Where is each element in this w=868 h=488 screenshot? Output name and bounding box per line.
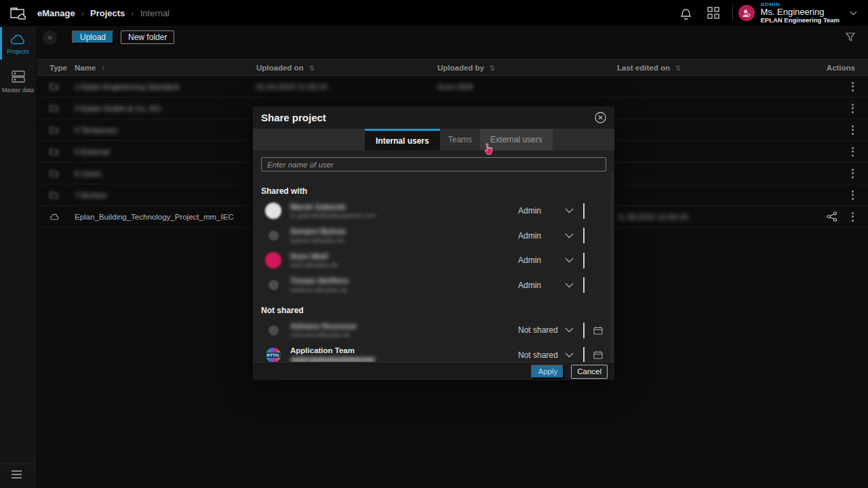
breadcrumb-projects[interactable]: Projects bbox=[90, 8, 125, 18]
sidebar-menu-button[interactable] bbox=[0, 464, 36, 488]
cloud-project-icon bbox=[50, 214, 60, 220]
modal-title: Share project bbox=[261, 112, 326, 123]
upload-button[interactable]: Upload bbox=[72, 30, 114, 44]
col-header-type[interactable]: Type bbox=[50, 64, 75, 72]
user-name: Semjon Bykow bbox=[290, 227, 518, 236]
new-folder-button[interactable]: New folder bbox=[121, 30, 174, 44]
role-dropdown[interactable] bbox=[565, 208, 574, 214]
folder-icon bbox=[50, 191, 58, 199]
row-name[interactable]: 6 Users bbox=[75, 169, 256, 178]
row-uploaded-by: Sven Wolf bbox=[437, 83, 617, 91]
user-menu[interactable]: ADMIN Ms. Engineering EPLAN Engineering … bbox=[738, 2, 868, 24]
topbar-divider bbox=[732, 5, 733, 21]
modal-title-bar: Share project bbox=[253, 106, 614, 129]
scrollbar[interactable] bbox=[610, 173, 614, 362]
row-actions-menu[interactable] bbox=[848, 188, 857, 203]
app-grid-button[interactable] bbox=[700, 0, 727, 26]
row-actions-menu[interactable] bbox=[848, 79, 857, 94]
row-actions-menu[interactable] bbox=[848, 101, 857, 116]
filter-funnel-icon bbox=[846, 33, 855, 42]
user-search-wrap bbox=[253, 150, 614, 173]
row-divider bbox=[583, 203, 585, 219]
app-logo[interactable] bbox=[0, 5, 36, 21]
user-email: steffens.t@eplan.de bbox=[290, 287, 518, 293]
rittal-logo-avatar: RITTAL bbox=[266, 348, 281, 362]
role-value: Not shared bbox=[518, 350, 565, 360]
shared-with-label: Shared with bbox=[253, 186, 614, 196]
row-divider bbox=[583, 347, 585, 362]
role-dropdown[interactable] bbox=[565, 233, 574, 239]
folder-cloud-logo-icon bbox=[9, 5, 27, 21]
row-divider bbox=[583, 253, 585, 268]
user-search-input[interactable] bbox=[261, 157, 606, 171]
row-name[interactable]: 2 Eplan GmbH & Co. KG bbox=[75, 104, 256, 113]
notifications-button[interactable] bbox=[673, 0, 700, 26]
tab-teams[interactable]: Teams bbox=[440, 129, 480, 150]
role-value: Not shared bbox=[518, 325, 565, 335]
row-actions-menu[interactable] bbox=[848, 144, 857, 159]
row-actions-menu[interactable] bbox=[848, 209, 857, 224]
chevron-down-icon bbox=[565, 352, 574, 358]
person-icon bbox=[742, 9, 751, 18]
role-value: Admin bbox=[518, 206, 565, 216]
filter-button[interactable] bbox=[846, 33, 855, 42]
table-header-row: Type Name↑ Uploaded on⇅ Uploaded by⇅ Las… bbox=[37, 59, 868, 76]
chevron-down-icon bbox=[565, 327, 574, 333]
user-team: EPLAN Engineering Team bbox=[761, 17, 840, 24]
not-shared-user-row: Adriano Rossouw rossouw.a@eplan.de Not s… bbox=[253, 318, 606, 343]
role-dropdown[interactable] bbox=[565, 327, 574, 333]
calendar-icon[interactable] bbox=[593, 350, 603, 359]
user-name: Sven Wolf bbox=[290, 252, 518, 261]
folder-icon bbox=[50, 83, 58, 90]
tab-internal-users[interactable]: Internal users bbox=[365, 129, 440, 150]
bell-icon bbox=[680, 7, 692, 20]
user-email: eplan.application@rittal.com bbox=[290, 357, 375, 362]
folder-icon bbox=[50, 126, 58, 134]
row-name[interactable]: 7 Archive bbox=[75, 191, 256, 199]
share-user-list[interactable]: Shared with Marek Gdanski m.gdanski@epla… bbox=[253, 173, 614, 362]
user-name: Marek Gdanski bbox=[290, 203, 518, 211]
col-header-name[interactable]: Name↑ bbox=[75, 64, 256, 72]
row-name[interactable]: 1 Eplan Engineering Standard bbox=[75, 83, 256, 91]
row-actions-menu[interactable] bbox=[848, 166, 857, 181]
not-shared-user-row: RITTAL Application Team eplan.applicatio… bbox=[253, 343, 606, 363]
breadcrumb-current: Internal bbox=[140, 8, 170, 18]
row-name[interactable]: 4 Temporary bbox=[75, 126, 256, 134]
apply-button[interactable]: Apply bbox=[531, 365, 564, 379]
sidebar-item-projects[interactable]: Projects bbox=[0, 26, 36, 61]
tab-external-users[interactable]: External users bbox=[480, 129, 553, 150]
user-email: m.gdanski@eplanpartner.com bbox=[290, 212, 518, 219]
role-dropdown[interactable] bbox=[565, 283, 574, 288]
breadcrumb-separator: › bbox=[81, 8, 84, 18]
chevron-down-icon bbox=[565, 283, 574, 288]
col-header-uploaded-on[interactable]: Uploaded on⇅ bbox=[256, 64, 437, 72]
expand-panel-button[interactable]: » bbox=[43, 30, 57, 45]
chevron-down-icon bbox=[565, 233, 574, 239]
sidebar-item-label: Master data bbox=[2, 87, 35, 94]
cancel-button[interactable]: Cancel bbox=[571, 365, 608, 379]
calendar-icon[interactable] bbox=[593, 326, 603, 335]
role-dropdown[interactable] bbox=[565, 352, 574, 358]
row-actions-menu[interactable] bbox=[848, 123, 857, 138]
avatar bbox=[265, 252, 281, 268]
shared-user-row: Semjon Bykow bykow.s@eplan.de Admin bbox=[253, 224, 606, 249]
avatar bbox=[265, 203, 281, 219]
row-name[interactable]: 5 External bbox=[75, 148, 256, 156]
col-header-last-edited-on[interactable]: Last edited on⇅ bbox=[617, 64, 797, 72]
modal-close-button[interactable] bbox=[595, 112, 606, 123]
table-row[interactable]: 1 Eplan Engineering Standard 01.04.2024 … bbox=[37, 76, 868, 98]
sidebar-item-master-data[interactable]: Master data bbox=[0, 61, 36, 100]
role-dropdown[interactable] bbox=[565, 258, 574, 263]
share-icon[interactable] bbox=[827, 211, 837, 222]
row-divider bbox=[583, 228, 585, 243]
top-bar: eManage › Projects › Internal bbox=[0, 0, 868, 26]
grid-icon bbox=[707, 7, 719, 19]
col-header-uploaded-by[interactable]: Uploaded by⇅ bbox=[437, 64, 617, 72]
user-avatar bbox=[738, 5, 755, 21]
sidebar-item-label: Projects bbox=[7, 48, 29, 55]
breadcrumb-app[interactable]: eManage bbox=[37, 8, 75, 18]
row-name[interactable]: Eplan_Building_Technology_Project_mm_IEC bbox=[75, 213, 256, 221]
sort-icon: ⇅ bbox=[675, 64, 681, 72]
avatar bbox=[269, 230, 279, 241]
avatar bbox=[269, 280, 279, 290]
